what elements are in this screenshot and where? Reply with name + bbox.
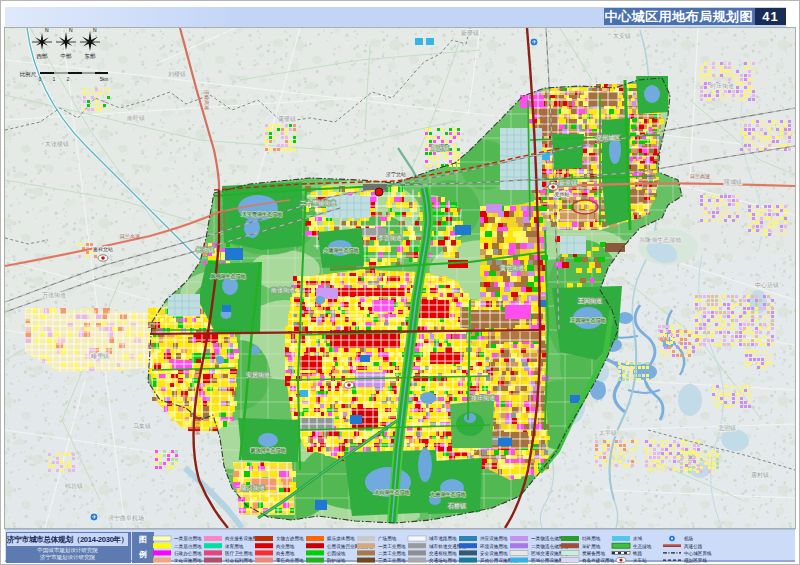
svg-text:新兖镇: 新兖镇 <box>559 179 577 187</box>
svg-text:社会福利用地: 社会福利用地 <box>225 558 253 564</box>
svg-text:✈: ✈ <box>531 39 536 45</box>
svg-text:一类居住用地: 一类居住用地 <box>174 536 202 542</box>
svg-text:蓼沟河生态湿地: 蓼沟河生态湿地 <box>251 447 286 454</box>
svg-text:防护绿地: 防护绿地 <box>327 557 346 564</box>
svg-text:安居街道: 安居街道 <box>246 371 270 379</box>
svg-text:城市道路用地: 城市道路用地 <box>428 536 457 542</box>
svg-text:太平镇: 太平镇 <box>599 429 617 436</box>
svg-text:大安镇: 大安镇 <box>613 32 631 39</box>
svg-text:N: N <box>45 28 49 33</box>
svg-text:机场: 机场 <box>684 536 693 542</box>
svg-text:二类居住用地: 二类居住用地 <box>174 544 202 550</box>
svg-text:环境设施用地: 环境设施用地 <box>479 543 508 550</box>
svg-text:王因湖生态湿地: 王因湖生态湿地 <box>571 317 606 324</box>
svg-text:火车站: 火车站 <box>633 558 647 563</box>
svg-text:兖州站: 兖州站 <box>555 191 570 198</box>
svg-text:马集镇: 马集镇 <box>133 423 151 429</box>
svg-text:文物古迹用地: 文物古迹用地 <box>276 535 304 542</box>
svg-text:交通场站用地: 交通场站用地 <box>429 557 457 564</box>
svg-text:唐村镇: 唐村镇 <box>751 471 769 479</box>
svg-text:济广高速: 济广高速 <box>541 110 548 130</box>
svg-text:唐口街道: 唐口街道 <box>241 484 265 492</box>
svg-text:特殊用地: 特殊用地 <box>582 536 601 542</box>
svg-text:供应设施用地: 供应设施用地 <box>480 535 508 542</box>
svg-text:发展备用地: 发展备用地 <box>582 550 605 557</box>
svg-text:三类工业用地: 三类工业用地 <box>378 557 406 564</box>
svg-text:济徐高速: 济徐高速 <box>220 210 227 230</box>
svg-text:商务用地: 商务用地 <box>276 551 295 557</box>
svg-text:水域: 水域 <box>633 536 643 541</box>
svg-text:王因街道: 王因街道 <box>577 297 602 305</box>
svg-text:公园绿地: 公园绿地 <box>327 551 346 557</box>
svg-text:凤鸣湖生态湿地: 凤鸣湖生态湿地 <box>211 273 246 279</box>
svg-text:行政办公用地: 行政办公用地 <box>174 550 202 557</box>
svg-text:5km: 5km <box>100 77 109 82</box>
svg-text:医疗卫生用地: 医疗卫生用地 <box>225 551 253 557</box>
svg-text:✈: ✈ <box>91 514 96 520</box>
svg-text:东部: 东部 <box>84 53 97 60</box>
svg-text:西部: 西部 <box>37 53 49 60</box>
svg-text:日兰高速: 日兰高速 <box>690 173 710 180</box>
svg-text:石桥镇: 石桥镇 <box>447 502 466 510</box>
svg-text:一类工业用地: 一类工业用地 <box>378 543 406 550</box>
svg-text:济徐高速: 济徐高速 <box>194 415 201 435</box>
svg-text:文化设施用地: 文化设施用地 <box>174 557 202 564</box>
svg-text:李营街道: 李营街道 <box>377 234 402 242</box>
svg-text:陵城镇: 陵城镇 <box>724 178 742 185</box>
svg-text:万张街道: 万张街道 <box>42 292 66 299</box>
svg-text:二十里铺街道: 二十里铺街道 <box>300 200 336 207</box>
svg-text:新驿镇: 新驿镇 <box>461 29 479 37</box>
svg-text:生态绿地: 生态绿地 <box>633 544 652 549</box>
svg-text:长沟镇: 长沟镇 <box>196 247 214 254</box>
svg-text:济宁北站: 济宁北站 <box>386 171 406 178</box>
svg-text:济徐高速: 济徐高速 <box>203 90 210 110</box>
svg-text:接庄街道: 接庄街道 <box>471 394 495 402</box>
svg-text:商业用地: 商业用地 <box>276 544 295 550</box>
svg-text:中心城区界线: 中心城区界线 <box>684 551 712 556</box>
svg-text:体育用地: 体育用地 <box>225 544 244 550</box>
svg-text:中心店镇: 中心店镇 <box>755 281 779 289</box>
svg-text:比例尺: 比例尺 <box>20 71 37 78</box>
svg-text:少康湖生态湿地: 少康湖生态湿地 <box>324 247 359 253</box>
svg-text:高速公路: 高速公路 <box>684 544 703 549</box>
svg-text:太白湖生态湿地: 太白湖生态湿地 <box>375 489 410 496</box>
svg-text:康驿镇: 康驿镇 <box>278 115 296 123</box>
svg-text:广场用地: 广场用地 <box>378 536 397 542</box>
svg-text:二类工业用地: 二类工业用地 <box>378 550 406 557</box>
svg-text:疃里镇: 疃里镇 <box>91 352 109 359</box>
svg-text:娱乐康体用地: 娱乐康体用地 <box>327 535 355 542</box>
svg-text:兴隆湖生态湿地: 兴隆湖生态湿地 <box>639 236 682 243</box>
svg-text:兖州城区: 兖州城区 <box>596 134 620 142</box>
svg-text:北宿镇: 北宿镇 <box>718 424 736 432</box>
svg-text:铁路: 铁路 <box>632 550 643 556</box>
svg-text:有条件建设用地: 有条件建设用地 <box>582 557 615 564</box>
svg-text:N: N <box>93 28 97 33</box>
svg-text:南旺镇: 南旺镇 <box>127 115 145 121</box>
svg-text:大张楼镇: 大张楼镇 <box>45 140 69 148</box>
svg-text:采矿用地: 采矿用地 <box>582 544 601 550</box>
svg-text:济宁曲阜机场: 济宁曲阜机场 <box>108 514 144 522</box>
svg-text:天宝寺湖生态湿地: 天宝寺湖生态湿地 <box>242 211 282 217</box>
svg-text:中部: 中部 <box>61 53 73 60</box>
svg-text:时庄街道: 时庄街道 <box>710 82 734 90</box>
svg-text:规划区界线: 规划区界线 <box>684 557 707 564</box>
svg-text:九曲湖生态湿地: 九曲湖生态湿地 <box>431 491 466 498</box>
svg-text:南张街道: 南张街道 <box>271 287 295 294</box>
svg-text:刘楼镇: 刘楼镇 <box>168 70 186 78</box>
svg-text:颜店镇: 颜店镇 <box>431 144 449 152</box>
svg-text:N: N <box>69 28 73 33</box>
svg-text:零售商业用地: 零售商业用地 <box>276 558 304 564</box>
svg-text:交通枢纽用地: 交通枢纽用地 <box>429 550 457 557</box>
svg-text:黄屯街道: 黄屯街道 <box>500 265 524 272</box>
svg-text:嘉祥北站: 嘉祥北站 <box>93 246 113 253</box>
svg-text:日兰高速: 日兰高速 <box>120 233 140 240</box>
svg-text:纸坊镇: 纸坊镇 <box>65 482 83 490</box>
svg-text:安全设施用地: 安全设施用地 <box>480 550 508 557</box>
